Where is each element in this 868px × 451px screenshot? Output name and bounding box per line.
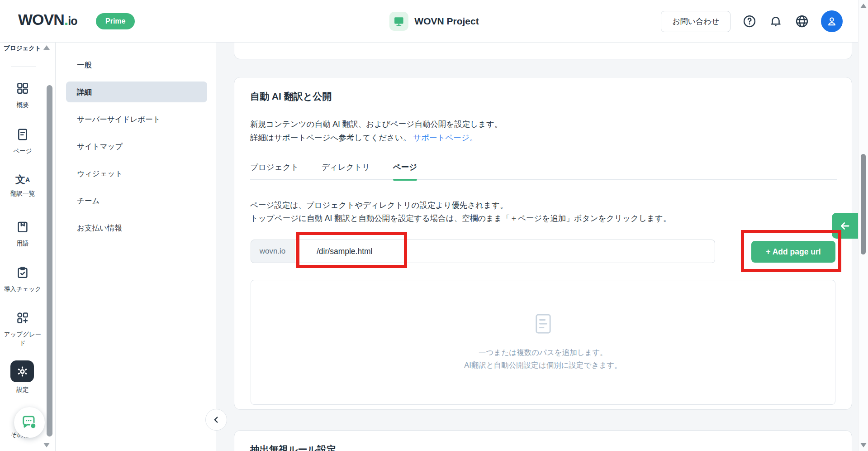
tab-note: ページ設定は、プロジェクトやディレクトリの設定より優先されます。 トップページに… — [250, 199, 671, 225]
sidebar-item-settings[interactable] — [10, 360, 34, 382]
logo-dot: . — [64, 11, 68, 28]
url-domain-prefix: wovn.io — [251, 240, 294, 263]
settings-menu-details[interactable]: 詳細 — [66, 82, 207, 102]
sidebar-item-label: 翻訳一覧 — [0, 189, 45, 198]
account-avatar-button[interactable] — [821, 10, 843, 32]
sidebar-divider — [11, 67, 36, 67]
support-page-link[interactable]: サポートページ。 — [413, 133, 477, 142]
next-card-title: 抽出無視ルール設定 — [250, 443, 336, 451]
notifications-button[interactable] — [768, 14, 783, 29]
contact-button[interactable]: お問い合わせ — [661, 11, 730, 32]
help-button[interactable] — [742, 14, 757, 29]
page-url-input[interactable] — [294, 240, 715, 263]
tab-page[interactable]: ページ — [393, 162, 417, 179]
user-icon — [826, 15, 838, 27]
note-line1: ページ設定は、プロジェクトやディレクトリの設定より優先されます。 — [250, 201, 508, 210]
empty-state-line2: AI翻訳と自動公開設定は個別に設定できます。 — [464, 361, 621, 369]
page-list-empty-state: 一つまたは複数のパスを追加します。 AI翻訳と自動公開設定は個別に設定できます。 — [251, 280, 835, 405]
globe-icon — [795, 14, 809, 28]
grid-icon — [0, 82, 45, 95]
left-arrow-icon — [839, 220, 851, 232]
sidebar-item-label: 概要 — [0, 101, 45, 109]
slide-panel-toggle-button[interactable] — [832, 213, 858, 239]
sidebar-item-label: 導入チェック — [0, 285, 45, 293]
add-page-url-button[interactable]: + Add page url — [751, 241, 835, 263]
tab-directory[interactable]: ディレクトリ — [322, 162, 370, 179]
book-icon — [0, 220, 45, 234]
sidebar-item-glossary[interactable]: 用語 — [0, 220, 45, 248]
project-icon-tile — [389, 12, 408, 31]
panel-collapse-button[interactable] — [205, 409, 227, 431]
empty-state-text: 一つまたは複数のパスを追加します。 AI翻訳と自動公開設定は個別に設定できます。 — [464, 346, 621, 371]
next-card-partial: 抽出無視ルール設定 — [234, 430, 852, 451]
gear-icon — [16, 365, 28, 378]
page-icon — [0, 128, 45, 141]
tab-project[interactable]: プロジェクト — [250, 162, 299, 179]
chevron-left-icon — [211, 415, 221, 425]
settings-menu-general[interactable]: 一般 — [66, 54, 207, 75]
clipboard-check-icon — [0, 266, 45, 279]
sidebar-item-settings-label: 設定 — [0, 386, 45, 394]
settings-menu-billing[interactable]: お支払い情報 — [66, 217, 207, 238]
translate-icon: 文A — [0, 173, 45, 187]
top-header: WOVN.io Prime WOVN Project お問い合わせ — [0, 0, 868, 43]
bell-icon — [769, 14, 783, 28]
sidebar-item-label: アップグレード — [1, 330, 44, 347]
previous-card-partial — [234, 43, 852, 59]
page-scrollbar[interactable] — [858, 0, 868, 451]
settings-menu-team[interactable]: チーム — [66, 190, 207, 211]
language-button[interactable] — [795, 14, 809, 29]
description-line1: 新規コンテンツの自動 AI 翻訳、およびページ自動公開を設定します。 — [250, 120, 502, 129]
chat-bubble-icon — [20, 413, 38, 432]
upgrade-icon — [0, 311, 45, 325]
sidebar-item-label: 用語 — [0, 239, 45, 248]
scroll-up-icon[interactable] — [860, 4, 867, 8]
page-url-input-group: wovn.io — [251, 240, 715, 263]
app-root: WOVN.io Prime WOVN Project お問い合わせ — [0, 0, 868, 451]
logo-suffix-text: io — [68, 14, 77, 27]
sidebar-scroll-down-icon[interactable] — [43, 443, 50, 447]
sidebar-item-label: ページ — [0, 147, 45, 155]
plan-badge: Prime — [96, 13, 135, 29]
main-content: 自動 AI 翻訳と公開 新規コンテンツの自動 AI 翻訳、およびページ自動公開を… — [216, 43, 858, 451]
auto-translation-card: 自動 AI 翻訳と公開 新規コンテンツの自動 AI 翻訳、およびページ自動公開を… — [234, 77, 852, 410]
logo-brand-text: WOVN — [18, 11, 64, 28]
sidebar-scroll-up-icon[interactable] — [43, 45, 50, 50]
page-scrollbar-thumb[interactable] — [861, 154, 866, 254]
sidebar-item-upgrade[interactable]: アップグレード — [0, 311, 45, 347]
settings-menu-sitemap[interactable]: サイトマップ — [66, 136, 207, 157]
note-line2: トップページに自動 AI 翻訳と自動公開を設定する場合は、空欄のまま「＋ページを… — [250, 214, 671, 223]
help-icon — [743, 14, 756, 28]
settings-menu-server-side-report[interactable]: サーバーサイドレポート — [66, 109, 207, 130]
scope-tabs: プロジェクト ディレクトリ ページ — [250, 162, 837, 180]
chat-widget-button[interactable] — [14, 407, 45, 438]
description-line2: 詳細はサポートページへ参考してください。 — [250, 133, 411, 142]
sidebar-item-translations[interactable]: 文A 翻訳一覧 — [0, 173, 45, 198]
sidebar-item-overview[interactable]: 概要 — [0, 82, 45, 109]
document-icon — [535, 313, 552, 336]
sidebar-section-label: プロジェクト — [4, 44, 41, 53]
settings-menu-panel: 一般 詳細 サーバーサイドレポート サイトマップ ウィジェット チーム お支払い… — [55, 43, 216, 451]
wovn-logo[interactable]: WOVN.io — [18, 11, 77, 29]
project-switcher[interactable]: WOVN Project — [389, 0, 479, 43]
card-title: 自動 AI 翻訳と公開 — [250, 90, 332, 103]
project-name: WOVN Project — [414, 16, 479, 27]
settings-menu-widget[interactable]: ウィジェット — [66, 163, 207, 184]
empty-state-line1: 一つまたは複数のパスを追加します。 — [479, 348, 607, 356]
sidebar-scrollbar[interactable] — [47, 85, 52, 437]
primary-sidebar: プロジェクト 概要 ページ 文A 翻訳一覧 — [0, 43, 55, 451]
monitor-icon — [393, 15, 404, 27]
scroll-down-icon[interactable] — [860, 443, 867, 447]
header-actions: お問い合わせ — [661, 0, 843, 43]
card-description: 新規コンテンツの自動 AI 翻訳、およびページ自動公開を設定します。 詳細はサポ… — [250, 117, 502, 144]
sidebar-item-pages[interactable]: ページ — [0, 128, 45, 155]
sidebar-item-implementation-check[interactable]: 導入チェック — [0, 266, 45, 293]
